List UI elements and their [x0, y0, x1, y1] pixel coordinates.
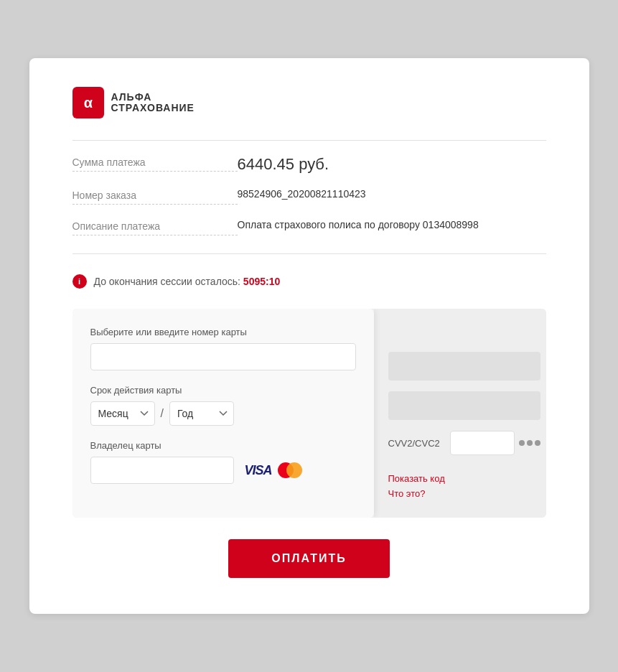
- cvv-dot-1: [519, 440, 525, 446]
- description-label: Описание платежа: [72, 219, 238, 235]
- expiry-row: Месяц010203040506070809101112 / Год20202…: [90, 401, 356, 426]
- session-label: До окончания сессии осталось:: [94, 276, 240, 287]
- cardholder-row: VISA: [90, 457, 356, 484]
- payment-card: α АЛЬФА СТРАХОВАНИЕ Сумма платежа 6440.4…: [29, 58, 589, 614]
- card-form-left: Выберите или введите номер карты Срок де…: [72, 309, 374, 518]
- amount-label: Сумма платежа: [72, 155, 238, 172]
- cvv-links: Показать код Что это?: [388, 473, 540, 503]
- month-select[interactable]: Месяц010203040506070809101112: [90, 401, 155, 426]
- cardholder-section: Владелец карты VISA: [90, 440, 356, 484]
- pay-button[interactable]: ОПЛАТИТЬ: [228, 539, 389, 578]
- cvv-dot-2: [527, 440, 533, 446]
- cvv-section: CVV2/CVC2: [388, 431, 540, 455]
- logo-text-top: АЛЬФА: [111, 92, 195, 103]
- description-value: Оплата страхового полиса по договору 013…: [238, 219, 546, 230]
- expiry-section: Срок действия карты Месяц010203040506070…: [90, 385, 356, 426]
- middle-divider: [72, 253, 546, 254]
- logo-area: α АЛЬФА СТРАХОВАНИЕ: [72, 87, 546, 118]
- cvv-row: CVV2/CVC2: [388, 431, 540, 455]
- cardholder-input[interactable]: [90, 457, 234, 484]
- mc-circle-right: [286, 462, 302, 478]
- payment-info-section: Сумма платежа 6440.45 руб. Номер заказа …: [72, 155, 546, 235]
- order-label: Номер заказа: [72, 188, 238, 205]
- order-value: 98524906_20200821110423: [238, 188, 546, 200]
- order-row: Номер заказа 98524906_20200821110423: [72, 188, 546, 205]
- logo-text: АЛЬФА СТРАХОВАНИЕ: [111, 92, 195, 114]
- description-row: Описание платежа Оплата страхового полис…: [72, 219, 546, 235]
- card-form-right: CVV2/CVC2 Показать код Что это?: [374, 309, 546, 518]
- session-time: 5095:10: [243, 276, 280, 287]
- amount-value: 6440.45 руб.: [238, 155, 546, 174]
- session-clock-icon: i: [72, 274, 87, 289]
- logo-container: α АЛЬФА СТРАХОВАНИЕ: [72, 87, 546, 118]
- cardholder-label: Владелец карты: [90, 440, 356, 451]
- card-number-label: Выберите или введите номер карты: [90, 327, 356, 337]
- expiry-separator: /: [161, 407, 164, 420]
- alfa-logo-icon: α: [72, 87, 104, 118]
- visa-logo: VISA: [245, 463, 272, 478]
- right-placeholder-top: [388, 352, 540, 381]
- cvv-dot-3: [535, 440, 540, 446]
- mastercard-logo: [278, 462, 302, 478]
- year-select[interactable]: Год2020202120222023202420252026202720282…: [169, 401, 234, 426]
- cvv-label: CVV2/CVC2: [388, 438, 440, 449]
- logo-text-bottom: СТРАХОВАНИЕ: [111, 103, 195, 113]
- card-number-input[interactable]: [90, 343, 356, 370]
- right-placeholder-mid: [388, 391, 540, 420]
- what-is-link[interactable]: Что это?: [388, 488, 540, 499]
- top-divider: [72, 140, 546, 141]
- payment-form-wrapper: Выберите или введите номер карты Срок де…: [72, 309, 546, 518]
- session-bar: i До окончания сессии осталось: 5095:10: [72, 269, 546, 294]
- amount-row: Сумма платежа 6440.45 руб.: [72, 155, 546, 174]
- svg-text:α: α: [83, 95, 93, 111]
- show-code-link[interactable]: Показать код: [388, 473, 540, 484]
- cvv-input[interactable]: [450, 431, 515, 455]
- expiry-label: Срок действия карты: [90, 385, 356, 396]
- session-text: До окончания сессии осталось: 5095:10: [94, 276, 281, 287]
- card-logos: VISA: [245, 462, 302, 478]
- pay-button-area: ОПЛАТИТЬ: [72, 539, 546, 578]
- cvv-card-icon: [519, 440, 540, 446]
